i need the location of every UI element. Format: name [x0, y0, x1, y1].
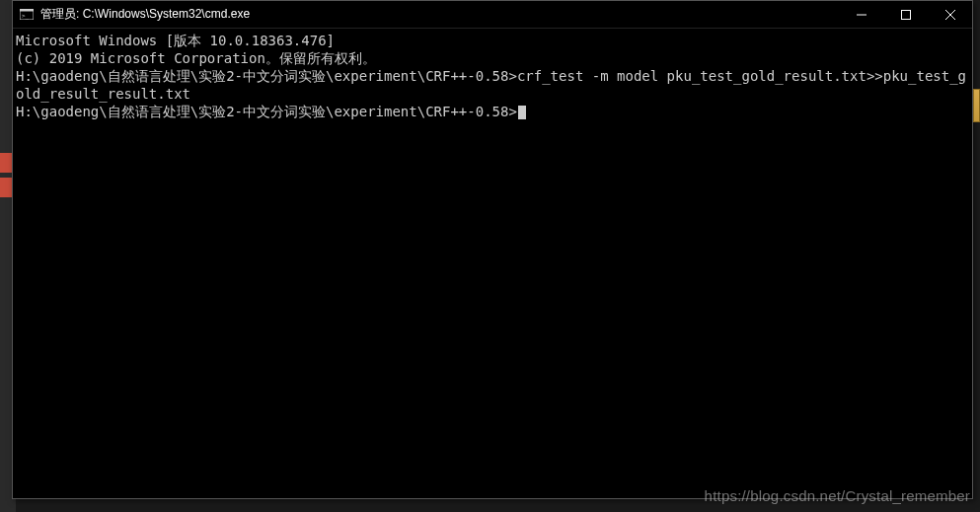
svg-rect-4 — [901, 10, 910, 19]
svg-text:>_: >_ — [22, 12, 30, 20]
terminal-line: Microsoft Windows [版本 10.0.18363.476] — [16, 32, 971, 49]
close-button[interactable] — [928, 1, 972, 28]
terminal-area[interactable]: Microsoft Windows [版本 10.0.18363.476](c)… — [14, 30, 971, 497]
cmd-window: >_ 管理员: C:\Windows\System32\cmd.exe Micr… — [12, 0, 973, 499]
maximize-button[interactable] — [883, 1, 928, 28]
prompt: H:\gaodeng\自然语言处理\实验2-中文分词实验\experiment\… — [16, 68, 517, 84]
cursor — [518, 106, 526, 119]
cmd-icon: >_ — [19, 9, 35, 21]
watermark-text: https://blog.csdn.net/Crystal_remember — [705, 487, 970, 504]
terminal-line: (c) 2019 Microsoft Corporation。保留所有权利。 — [16, 49, 971, 67]
side-fragment — [973, 89, 980, 122]
prompt: H:\gaodeng\自然语言处理\实验2-中文分词实验\experiment\… — [16, 104, 517, 119]
window-title: 管理员: C:\Windows\System32\cmd.exe — [40, 6, 839, 23]
terminal-command-line: H:\gaodeng\自然语言处理\实验2-中文分词实验\experiment\… — [16, 67, 971, 103]
minimize-button[interactable] — [839, 1, 883, 28]
terminal-prompt-line: H:\gaodeng\自然语言处理\实验2-中文分词实验\experiment\… — [16, 103, 971, 120]
titlebar[interactable]: >_ 管理员: C:\Windows\System32\cmd.exe — [13, 1, 972, 29]
window-controls — [839, 1, 972, 28]
